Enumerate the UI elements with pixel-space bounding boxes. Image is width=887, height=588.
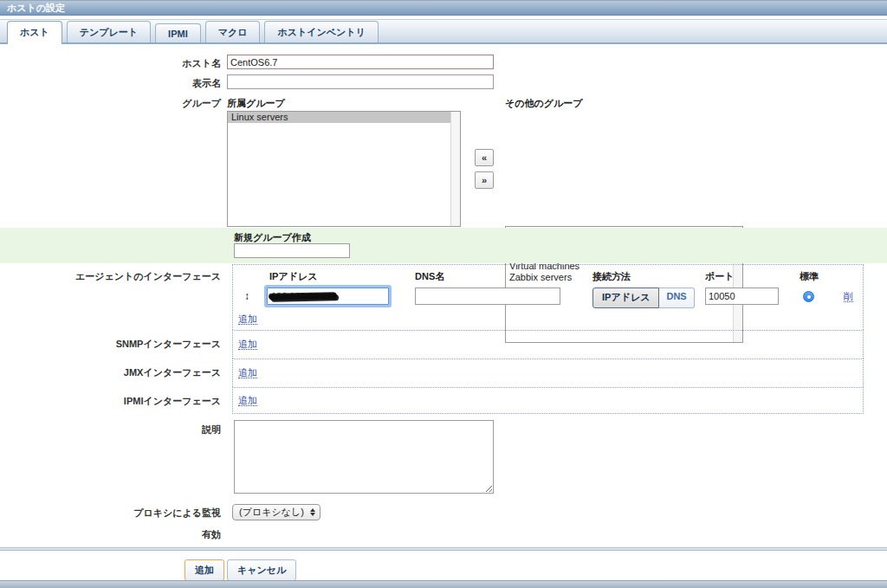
ipmi-interfaces-label: IPMIインターフェース — [0, 395, 221, 408]
redacted-ip-value: 192.168.21.112 — [271, 291, 337, 301]
page-title: ホストの設定 — [7, 3, 65, 13]
other-groups-header: その他のグループ — [505, 97, 583, 110]
default-interface-radio[interactable] — [803, 291, 814, 302]
proxy-select[interactable]: (プロキシなし) — [232, 504, 320, 520]
move-to-other-groups-button[interactable]: » — [475, 171, 494, 189]
tab-host-inventory[interactable]: ホストインベントリ — [264, 21, 378, 42]
connect-to-toggle: IPアドレス DNS — [592, 288, 695, 308]
add-button[interactable]: 追加 — [185, 559, 224, 581]
visible-name-label: 表示名 — [0, 77, 221, 90]
jmx-interfaces-label: JMXインターフェース — [0, 366, 221, 379]
col-connect-to: 接続方法 — [592, 270, 631, 283]
select-stepper-icon — [310, 508, 315, 516]
window-titlebar: ホストの設定 — [0, 0, 887, 16]
interfaces-box: IPアドレス DNS名 接続方法 ポート 標準 ↕ 192.168.21.112… — [232, 264, 864, 414]
ip-address-input[interactable]: 192.168.21.112 — [267, 288, 389, 305]
proxy-label: プロキシによる監視 — [0, 507, 221, 520]
tab-bar: ホスト テンプレート IPMI マクロ ホストインベントリ — [0, 19, 887, 44]
agent-add-link[interactable]: 追加 — [238, 313, 257, 325]
listbox-scrollbar[interactable] — [450, 112, 460, 226]
snmp-add-link[interactable]: 追加 — [238, 339, 257, 350]
new-group-input[interactable] — [234, 243, 350, 258]
jmx-add-link[interactable]: 追加 — [238, 367, 257, 378]
col-ip-address: IPアドレス — [269, 270, 317, 283]
enabled-label: 有効 — [0, 528, 221, 541]
list-item[interactable]: Linux servers — [228, 112, 450, 123]
snmp-interface-section: 追加 — [232, 330, 864, 359]
cancel-button[interactable]: キャンセル — [227, 559, 296, 581]
bottom-statusbar — [0, 580, 887, 588]
agent-interfaces-label: エージェントのインターフェース — [0, 270, 221, 283]
drag-handle-icon[interactable]: ↕ — [244, 290, 249, 302]
groups-label: グループ — [0, 97, 221, 110]
ipmi-add-link[interactable]: 追加 — [238, 395, 257, 406]
col-dns-name: DNS名 — [415, 270, 444, 283]
tab-macros[interactable]: マクロ — [205, 21, 261, 42]
host-configuration-page: ホストの設定 ホスト テンプレート IPMI マクロ ホストインベントリ ホスト… — [0, 0, 887, 588]
tab-ipmi[interactable]: IPMI — [155, 23, 201, 42]
description-textarea[interactable] — [234, 420, 494, 494]
tab-templates[interactable]: テンプレート — [67, 21, 151, 42]
description-label: 説明 — [0, 423, 221, 436]
host-name-label: ホスト名 — [0, 57, 221, 70]
col-port: ポート — [705, 270, 735, 283]
connect-via-ip-button[interactable]: IPアドレス — [592, 288, 659, 308]
footer-divider — [0, 547, 887, 551]
col-default: 標準 — [800, 270, 819, 283]
agent-interface-section: IPアドレス DNS名 接続方法 ポート 標準 ↕ 192.168.21.112… — [232, 264, 864, 330]
new-group-label: 新規グループ作成 — [234, 231, 311, 244]
new-group-band — [0, 228, 887, 263]
move-to-in-groups-button[interactable]: « — [475, 149, 494, 166]
visible-name-input[interactable] — [227, 74, 494, 89]
remove-interface-link[interactable]: 削 — [844, 291, 853, 302]
proxy-selected-value: (プロキシなし) — [239, 506, 304, 519]
snmp-interfaces-label: SNMPインターフェース — [0, 338, 221, 351]
in-groups-listbox[interactable]: Linux servers — [227, 111, 461, 227]
port-input[interactable] — [705, 288, 779, 305]
ipmi-interface-section: 追加 — [232, 387, 864, 414]
in-groups-header: 所属グループ — [227, 97, 285, 110]
connect-via-dns-button[interactable]: DNS — [659, 288, 694, 308]
jmx-interface-section: 追加 — [232, 359, 864, 387]
dns-name-input[interactable] — [415, 288, 560, 305]
tab-host[interactable]: ホスト — [7, 21, 62, 44]
host-name-input[interactable] — [227, 55, 494, 69]
